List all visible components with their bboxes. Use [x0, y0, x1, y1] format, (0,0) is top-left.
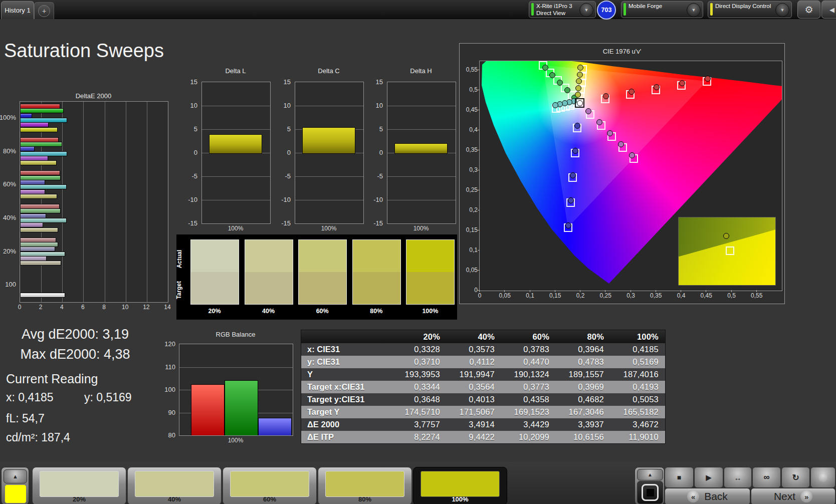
patch-button-40%[interactable]: 40%: [127, 467, 222, 504]
deltae2000-ylabels: 100%80%60%40%20%100: [0, 101, 18, 302]
stop-button[interactable]: ■: [665, 467, 694, 488]
play-button[interactable]: ▶: [694, 467, 723, 488]
green-bar: [225, 380, 258, 436]
top-bar: History 1 + X-Rite i1Pro 3 Direct View ▼…: [0, 0, 836, 19]
gridline: [295, 200, 363, 200]
patch-button-20%[interactable]: 20%: [32, 467, 126, 504]
blue-measured-marker: [565, 222, 571, 228]
table-header-cell: 20%: [392, 332, 447, 342]
table-cell: 0,4013: [447, 395, 501, 404]
current-patch-swatch[interactable]: [5, 484, 27, 503]
y-tick-label: -15: [373, 219, 383, 227]
tick-mark: [478, 150, 480, 150]
avg-de2000-label: Avg dE2000:: [22, 327, 99, 342]
table-cell: 171,5067: [447, 407, 501, 417]
y-tick-label: 10: [284, 102, 291, 109]
extra-transport-button[interactable]: [810, 467, 835, 488]
magenta-measured-marker: [596, 119, 602, 125]
add-tab-button[interactable]: +: [34, 2, 54, 19]
gridline: [202, 129, 270, 130]
single-measure-button[interactable]: [637, 481, 663, 504]
y-tick-label: -10: [188, 196, 197, 203]
gridline: [179, 367, 293, 368]
chevron-down-icon: ▼: [687, 3, 701, 17]
display-control-dropdown[interactable]: Direct Display Control ▼: [708, 1, 792, 18]
patch-up-button[interactable]: ▲: [4, 469, 27, 483]
patch-color-bar: [230, 471, 309, 497]
target-swatch: [191, 272, 239, 304]
patch-button-60%[interactable]: 60%: [223, 467, 317, 504]
delta-l-title: Delta L: [201, 67, 270, 75]
de2000-bar: [20, 293, 65, 298]
cie-x-tick-label: 0,2: [574, 292, 587, 299]
tick-mark: [706, 290, 706, 292]
meter-dropdown[interactable]: X-Rite i1Pro 3 Direct View ▼: [529, 1, 596, 18]
mode-up-button[interactable]: ▲: [637, 469, 663, 480]
table-cell: 167,3046: [556, 407, 610, 417]
next-button[interactable]: Next »: [751, 488, 835, 504]
tick-mark: [731, 290, 732, 292]
back-chevron-icon: «: [687, 490, 699, 502]
back-button[interactable]: « Back: [665, 488, 750, 504]
tick-mark: [580, 290, 580, 292]
delta-h-title: Delta H: [387, 67, 455, 75]
y-tick-label: 5: [379, 125, 383, 133]
table-cell: 190,1324: [501, 370, 556, 379]
table-row: Y193,3953191,9947190,1324189,1557187,401…: [301, 368, 665, 381]
history-tab[interactable]: History 1: [1, 1, 34, 19]
patch-button-label: 80%: [318, 495, 411, 503]
patch-button-80%[interactable]: 80%: [318, 467, 412, 504]
table-cell: 3,4429: [501, 420, 556, 429]
target-swatch: [406, 272, 454, 304]
next-chevron-icon: »: [800, 490, 812, 502]
x-tick-label: 14: [164, 304, 170, 311]
gridline: [202, 176, 270, 177]
cie-y-tick-label: 0,5: [463, 86, 478, 93]
table-cell: 0,3564: [447, 382, 501, 392]
step-range-button[interactable]: ↔: [724, 467, 752, 488]
swatch-label: 40%: [262, 308, 275, 315]
source-status-bar: [623, 3, 626, 16]
table-cell: 0,3783: [501, 345, 556, 354]
inset-target-marker: [726, 246, 734, 255]
tick-mark: [478, 170, 480, 170]
patch-color-bar: [421, 471, 500, 497]
table-cell: 9,4422: [447, 432, 501, 442]
y-tick-label: 0: [379, 149, 383, 156]
patch-button-100%[interactable]: 100%: [413, 467, 507, 504]
tick-mark: [504, 290, 505, 292]
source-dropdown[interactable]: Mobile Forge ▼: [621, 1, 703, 18]
y-tick-label: 90: [168, 408, 175, 416]
y-tick-label: -5: [377, 172, 383, 180]
refresh-button[interactable]: ↻: [781, 467, 810, 488]
table-cell: 0,3710: [392, 357, 447, 367]
collapse-panel-button[interactable]: ◀: [821, 1, 836, 19]
cie-x-tick-label: 0,35: [650, 292, 663, 299]
y-tick-label: 60%: [3, 180, 16, 188]
tick-mark: [478, 190, 480, 190]
table-cell: 191,9947: [447, 370, 501, 379]
gridline: [147, 102, 147, 302]
target-row-label: Target: [175, 281, 182, 299]
cie-y-tick-label: 0,2: [463, 206, 478, 213]
table-row: x: CIE310,33280,35730,37830,39640,4185: [301, 343, 665, 356]
actual-swatch: [353, 240, 400, 272]
next-label: Next: [774, 490, 795, 502]
settings-button[interactable]: ⚙: [797, 1, 820, 19]
y-tick-label: 110: [165, 363, 175, 370]
y-tick-label: 15: [284, 78, 291, 86]
target-swatch: [353, 272, 400, 304]
y-tick-label: 100%: [0, 114, 16, 121]
stop-icon: ■: [677, 473, 681, 481]
continuous-loop-button[interactable]: ∞: [752, 467, 781, 488]
fl-label: fL:: [6, 412, 19, 425]
cie-x-tick-label: 0,1: [524, 292, 537, 299]
reading-count: 703: [601, 7, 612, 14]
tick-mark: [478, 70, 480, 70]
table-cell: 193,3953: [392, 370, 447, 379]
actual-swatch: [191, 240, 239, 272]
gridline: [126, 102, 126, 302]
tick-mark: [478, 230, 480, 230]
table-cell: 0,5169: [610, 357, 665, 367]
patch-button-label: 60%: [223, 495, 316, 503]
